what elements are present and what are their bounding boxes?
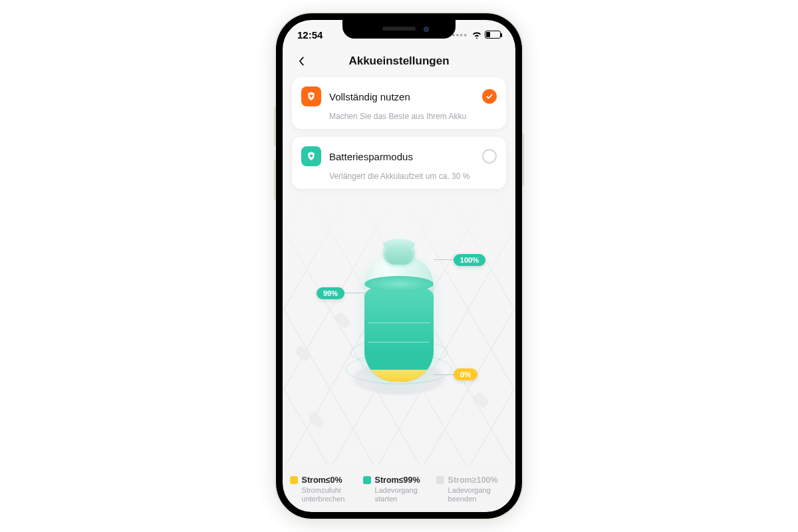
cellular-dots-icon: ●●●● [452,32,467,38]
legend-item-charging: Strom≤99% Ladevorgang starten [363,475,436,505]
phone-frame: 12:54 ●●●● Akkueinstellungen [276,13,522,519]
legend-title: Strom≤0% [302,475,342,485]
page-title: Akkueinstellungen [293,55,505,68]
battery-status-icon [485,31,501,39]
option-title: Batteriesparmodus [329,151,474,162]
option-full-use[interactable]: Vollständig nutzen Machen Sie das Beste … [292,77,506,129]
option-battery-saver[interactable]: Batteriesparmodus Verlängert die Akkulau… [292,137,506,189]
battery-body-icon [364,255,434,382]
page-header: Akkueinstellungen [283,49,515,77]
battery-label-100: 100% [454,254,485,266]
legend-title: Strom≤99% [375,475,420,485]
radio-unselected[interactable] [482,149,497,164]
legend-item-low: Strom≤0% Stromzufuhr unterbrechen [290,475,362,505]
status-time: 12:54 [297,29,323,41]
legend-title: Strom≥100% [448,475,498,485]
legend: Strom≤0% Stromzufuhr unterbrechen Strom≤… [283,475,515,505]
option-title: Vollständig nutzen [329,91,474,102]
swatch-grey-icon [436,476,444,484]
plug-shield-icon [301,86,321,106]
swatch-teal-icon [363,476,371,484]
swatch-yellow-icon [290,476,298,484]
battery-label-0: 0% [454,368,477,380]
legend-subtitle: Ladevorgang starten [375,486,436,505]
plug-shield-icon [301,146,321,166]
radio-selected[interactable] [482,89,497,104]
legend-subtitle: Ladevorgang beenden [448,486,509,505]
option-subtitle: Machen Sie das Beste aus Ihrem Akku [329,112,497,121]
legend-subtitle: Stromzufuhr unterbrechen [302,486,362,505]
screen: 12:54 ●●●● Akkueinstellungen [283,20,515,512]
wifi-icon [471,31,482,39]
notch [342,20,456,39]
battery-label-99: 99% [317,287,344,299]
option-subtitle: Verlängert die Akkulaufzeit um ca. 30 % [329,172,497,181]
battery-illustration: 100% 99% 0% [283,193,515,466]
legend-item-full: Strom≥100% Ladevorgang beenden [436,475,509,505]
